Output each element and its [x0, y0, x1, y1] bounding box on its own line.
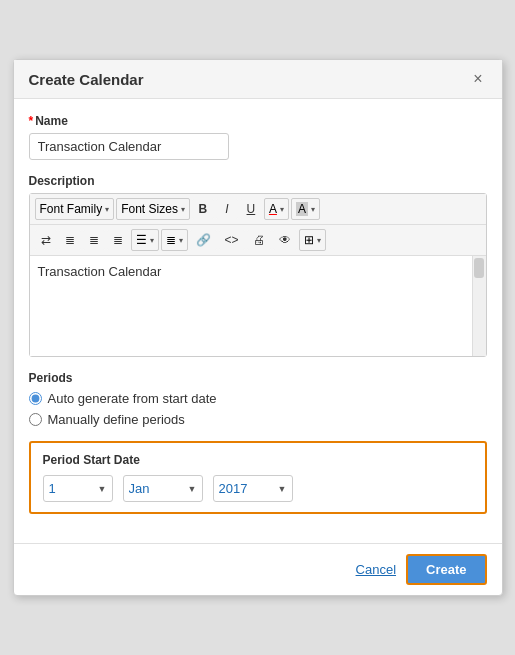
- description-section: Description Font Family ▾ Font Sizes ▾ B…: [29, 174, 487, 357]
- list-unordered-dropdown[interactable]: ☰ ▾: [131, 229, 159, 251]
- create-calendar-dialog: Create Calendar × *Name Description Font…: [13, 59, 503, 596]
- list-indent-arrow: ▾: [179, 236, 183, 245]
- highlight-dropdown[interactable]: A ▾: [291, 198, 320, 220]
- required-indicator: *: [29, 114, 34, 128]
- list-unordered-arrow: ▾: [150, 236, 154, 245]
- name-input[interactable]: [29, 133, 229, 160]
- font-sizes-arrow: ▾: [181, 205, 185, 214]
- dialog-title: Create Calendar: [29, 71, 144, 88]
- dialog-header: Create Calendar ×: [14, 60, 502, 99]
- month-select[interactable]: Jan Feb Mar Apr May Jun Jul Aug Sep Oct …: [123, 475, 203, 502]
- auto-generate-option[interactable]: Auto generate from start date: [29, 391, 487, 406]
- scrollbar-track[interactable]: [472, 256, 486, 356]
- preview-button[interactable]: 👁: [273, 230, 297, 250]
- underline-button[interactable]: U: [240, 199, 262, 219]
- cancel-button[interactable]: Cancel: [356, 562, 396, 577]
- bold-button[interactable]: B: [192, 199, 214, 219]
- period-start-label: Period Start Date: [43, 453, 473, 467]
- font-color-dropdown[interactable]: A ▾: [264, 198, 289, 220]
- dialog-footer: Cancel Create: [14, 543, 502, 595]
- align-right-button[interactable]: ≣: [83, 230, 105, 250]
- font-family-arrow: ▾: [105, 205, 109, 214]
- code-button[interactable]: <>: [219, 230, 245, 250]
- day-select[interactable]: 1 2 3 4 5: [43, 475, 113, 502]
- day-select-wrapper: 1 2 3 4 5: [43, 475, 113, 502]
- create-button[interactable]: Create: [406, 554, 486, 585]
- font-color-arrow: ▾: [280, 205, 284, 214]
- name-label: *Name: [29, 114, 487, 128]
- align-center-button[interactable]: ≣: [59, 230, 81, 250]
- period-start-box: Period Start Date 1 2 3 4 5 Jan Feb M: [29, 441, 487, 514]
- manually-define-radio[interactable]: [29, 413, 42, 426]
- date-selects: 1 2 3 4 5 Jan Feb Mar Apr May Jun: [43, 475, 473, 502]
- year-select[interactable]: 2015 2016 2017 2018 2019 2020: [213, 475, 293, 502]
- font-sizes-dropdown[interactable]: Font Sizes ▾: [116, 198, 190, 220]
- print-button[interactable]: 🖨: [247, 230, 271, 250]
- periods-radio-group: Auto generate from start date Manually d…: [29, 391, 487, 427]
- year-select-wrapper: 2015 2016 2017 2018 2019 2020: [213, 475, 293, 502]
- description-editor: Font Family ▾ Font Sizes ▾ B I U A ▾: [29, 193, 487, 357]
- periods-label: Periods: [29, 371, 487, 385]
- font-family-dropdown[interactable]: Font Family ▾: [35, 198, 115, 220]
- align-justify-button[interactable]: ≣: [107, 230, 129, 250]
- link-button[interactable]: 🔗: [190, 230, 217, 250]
- manually-define-option[interactable]: Manually define periods: [29, 412, 487, 427]
- list-indent-dropdown[interactable]: ≣ ▾: [161, 229, 188, 251]
- toolbar-row1: Font Family ▾ Font Sizes ▾ B I U A ▾: [30, 194, 486, 225]
- toolbar-row2: ⇄ ≣ ≣ ≣ ☰ ▾ ≣ ▾ 🔗 <> 🖨 👁: [30, 225, 486, 256]
- scrollbar-thumb[interactable]: [474, 258, 484, 278]
- close-button[interactable]: ×: [469, 70, 486, 88]
- table-arrow: ▾: [317, 236, 321, 245]
- highlight-arrow: ▾: [311, 205, 315, 214]
- auto-generate-radio[interactable]: [29, 392, 42, 405]
- description-label: Description: [29, 174, 487, 188]
- align-left-button[interactable]: ⇄: [35, 230, 57, 250]
- dialog-body: *Name Description Font Family ▾ Font Siz…: [14, 99, 502, 543]
- table-dropdown[interactable]: ⊞ ▾: [299, 229, 326, 251]
- name-section: *Name: [29, 114, 487, 160]
- editor-area[interactable]: Transaction Calendar: [30, 256, 472, 356]
- month-select-wrapper: Jan Feb Mar Apr May Jun Jul Aug Sep Oct …: [123, 475, 203, 502]
- italic-button[interactable]: I: [216, 199, 238, 219]
- editor-scrollbar-container: Transaction Calendar: [30, 256, 486, 356]
- periods-section: Periods Auto generate from start date Ma…: [29, 371, 487, 427]
